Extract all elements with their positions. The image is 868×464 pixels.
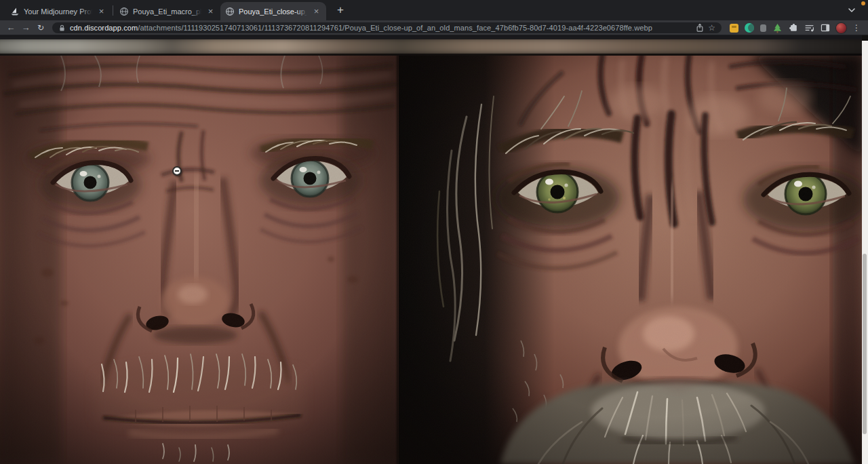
image-viewer[interactable] <box>0 35 868 464</box>
tab-title: Pouya_Eti_close-up_of_an_ol <box>239 7 307 16</box>
url-path: /attachments/1111930251740713061/1113736… <box>138 24 652 32</box>
status-dot <box>861 1 865 5</box>
portrait-right-old-man[interactable] <box>399 56 862 464</box>
scrollbar-thumb[interactable] <box>863 254 867 434</box>
tab-macro-photo[interactable]: Pouya_Eti_macro_photo_of_a × <box>115 2 220 20</box>
panel-seam <box>395 56 400 464</box>
globe-icon <box>225 7 235 16</box>
tab-close-up-active[interactable]: Pouya_Eti_close-up_of_an_ol × <box>220 2 326 20</box>
browser-menu-icon[interactable]: ⋮ <box>852 22 861 34</box>
forward-button[interactable]: → <box>19 22 33 34</box>
band-top-shadow <box>0 35 862 39</box>
upper-grid-sliver <box>0 35 862 56</box>
gray-mini-extension-icon[interactable] <box>760 24 766 32</box>
tab-search-chevron-icon[interactable] <box>846 5 857 16</box>
puzzle-extensions-icon[interactable] <box>789 23 798 33</box>
zoom-out-cursor <box>172 166 182 176</box>
close-icon[interactable]: × <box>311 6 321 16</box>
close-icon[interactable]: × <box>205 6 216 16</box>
address-bar[interactable]: cdn.discordapp.com/attachments/111193025… <box>52 22 722 33</box>
tab-strip: Your Midjourney Profile × Pouya_Eti_macr… <box>0 0 868 20</box>
playlist-icon[interactable] <box>804 24 814 33</box>
tab-title: Your Midjourney Profile <box>24 7 92 16</box>
tab-midjourney-profile[interactable]: Your Midjourney Profile × <box>5 2 111 20</box>
bookmark-star-icon[interactable]: ☆ <box>708 22 715 33</box>
extensions-row: ⋮ <box>726 22 864 34</box>
teal-moon-extension-icon[interactable] <box>745 23 754 33</box>
scrollbar[interactable] <box>862 41 868 464</box>
tab-title: Pouya_Eti_macro_photo_of_a <box>133 7 201 16</box>
reload-button[interactable]: ↻ <box>34 22 47 34</box>
portrait-left-old-man[interactable] <box>0 56 399 464</box>
share-icon[interactable] <box>696 23 704 33</box>
green-tree-extension-icon[interactable] <box>772 23 783 33</box>
browser-toolbar: ← → ↻ cdn.discordapp.com/attachments/111… <box>0 20 868 35</box>
profile-avatar[interactable] <box>836 23 846 33</box>
yellow-grid-extension-icon[interactable] <box>730 24 738 33</box>
close-icon[interactable]: × <box>96 6 106 16</box>
side-panel-icon[interactable] <box>821 24 830 32</box>
globe-icon <box>119 7 129 16</box>
back-button[interactable]: ← <box>4 22 18 34</box>
url-domain: cdn.discordapp.com <box>70 24 138 32</box>
url-text: cdn.discordapp.com/attachments/111193025… <box>70 24 652 32</box>
blurred-image-strip <box>0 38 862 54</box>
new-tab-button[interactable]: + <box>332 1 349 19</box>
tab-separator <box>113 5 113 16</box>
midjourney-sailboat-icon <box>10 7 20 16</box>
padlock-icon[interactable] <box>58 24 66 32</box>
